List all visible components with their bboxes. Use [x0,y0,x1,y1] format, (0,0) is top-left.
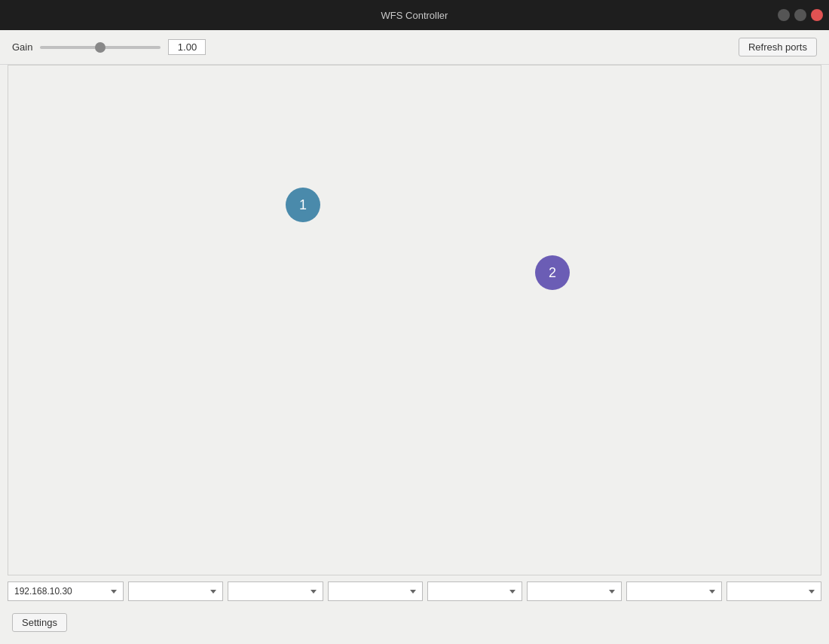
bottom-bar: Settings [0,609,829,644]
window-controls: − □ ✕ [778,9,823,21]
port-select-7[interactable] [727,581,821,601]
port-select-6[interactable] [626,581,721,601]
gain-value-display: 1.00 [168,39,206,55]
port-select-1[interactable] [128,581,223,601]
gain-slider[interactable] [40,46,161,49]
app-container: Gain 1.00 Refresh ports 1 2 192.168.10.3… [0,30,829,644]
maximize-button[interactable]: □ [794,9,806,21]
speaker-1-label: 1 [299,197,307,213]
port-select-4[interactable] [427,581,522,601]
app-title: WFS Controller [381,10,448,21]
port-select-2[interactable] [228,581,323,601]
speaker-2-label: 2 [549,265,556,281]
gain-label: Gain [12,41,32,53]
settings-button[interactable]: Settings [12,613,67,632]
toolbar: Gain 1.00 Refresh ports [0,30,829,65]
port-select-0[interactable]: 192.168.10.30 [8,581,124,601]
gain-slider-container: 1.00 [40,39,206,55]
refresh-ports-button[interactable]: Refresh ports [739,38,817,56]
port-bar: 192.168.10.30 [0,581,829,609]
port-select-5[interactable] [527,581,622,601]
minimize-button[interactable]: − [778,9,790,21]
speaker-node-2[interactable]: 2 [535,255,570,290]
close-button[interactable]: ✕ [811,9,823,21]
speaker-node-1[interactable]: 1 [286,188,320,222]
port-select-3[interactable] [328,581,423,601]
title-bar: WFS Controller − □ ✕ [0,0,829,30]
canvas-area[interactable]: 1 2 [8,65,821,575]
